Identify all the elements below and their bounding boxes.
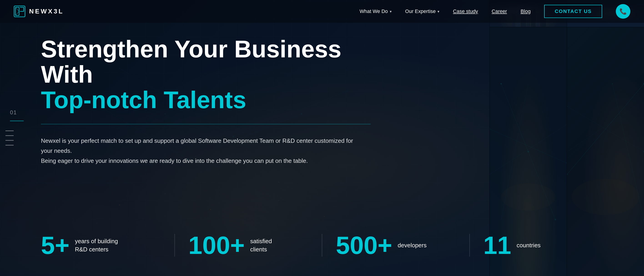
stat-number-years: 5+ xyxy=(41,233,69,258)
navbar: NEWX3L What We Do ▾ Our Expertise ▾ Case… xyxy=(0,0,644,23)
nav-links: What We Do ▾ Our Expertise ▾ Case study … xyxy=(360,4,630,19)
stat-divider xyxy=(322,234,322,257)
step-number: 01 xyxy=(10,109,17,116)
stat-divider xyxy=(469,234,470,257)
phone-icon: 📞 xyxy=(620,8,627,15)
stat-years: 5+ years of building R&D centers xyxy=(41,233,161,258)
nav-what-we-do[interactable]: What We Do ▾ xyxy=(360,9,391,14)
step-line xyxy=(10,121,24,121)
hero-section: 01 Strengthen Your Business With Top-not… xyxy=(0,0,644,276)
sidebar-lines xyxy=(6,130,14,146)
logo[interactable]: NEWX3L xyxy=(14,6,64,17)
phone-button[interactable]: 📞 xyxy=(616,4,630,19)
hero-divider xyxy=(41,124,371,124)
stat-developers: 500+ developers xyxy=(336,233,456,258)
nav-blog[interactable]: Blog xyxy=(520,9,530,14)
nav-career[interactable]: Career xyxy=(492,9,507,14)
hero-description: Newxel is your perfect match to set up a… xyxy=(41,136,355,166)
sidebar-line xyxy=(6,145,14,146)
nav-case-study[interactable]: Case study xyxy=(453,9,478,14)
sidebar-line xyxy=(6,130,14,131)
logo-text: NEWX3L xyxy=(29,8,64,15)
hero-title-cyan: Top-notch Talents xyxy=(41,86,246,113)
stat-countries: 11 countries xyxy=(484,233,603,258)
hero-title: Strengthen Your Business With Top-notch … xyxy=(41,36,382,112)
stat-divider xyxy=(174,234,175,257)
stat-number-developers: 500+ xyxy=(336,233,392,258)
chevron-down-icon: ▾ xyxy=(438,9,439,14)
stats-section: 5+ years of building R&D centers 100+ sa… xyxy=(41,233,603,258)
svg-rect-1 xyxy=(16,7,19,16)
sidebar-line xyxy=(6,135,14,136)
logo-icon xyxy=(14,6,26,17)
hero-content: Strengthen Your Business With Top-notch … xyxy=(41,36,382,166)
stat-label-countries: countries xyxy=(517,241,541,249)
stat-label-years: years of building R&D centers xyxy=(75,237,118,254)
nav-our-expertise[interactable]: Our Expertise ▾ xyxy=(405,9,440,14)
stat-label-clients: satisfied clients xyxy=(250,237,272,254)
stat-label-developers: developers xyxy=(398,241,426,249)
contact-us-button[interactable]: CONTACT US xyxy=(544,5,602,18)
chevron-down-icon: ▾ xyxy=(390,9,392,14)
sidebar-line xyxy=(6,140,14,141)
stat-number-countries: 11 xyxy=(484,233,511,258)
stat-clients: 100+ satisfied clients xyxy=(188,233,308,258)
stat-number-clients: 100+ xyxy=(188,233,245,258)
